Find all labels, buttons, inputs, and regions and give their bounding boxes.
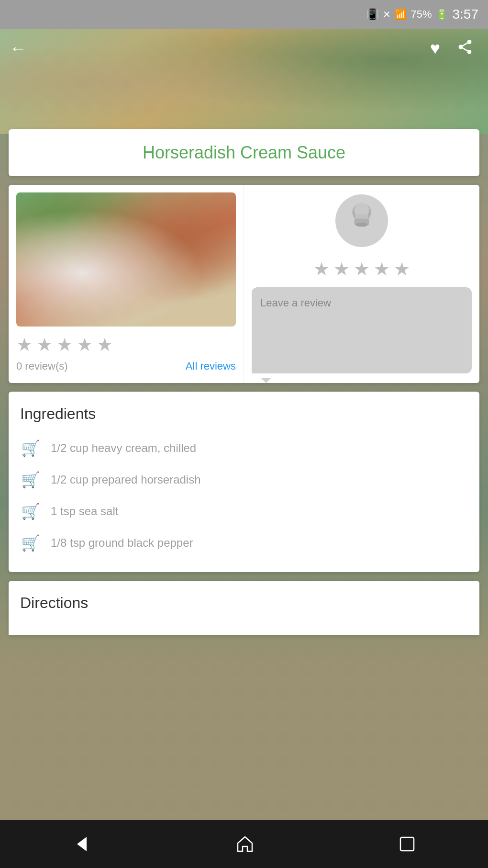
vibrate-icon: 📳 xyxy=(366,8,379,21)
ingredients-title: Ingredients xyxy=(20,405,468,423)
right-star-4[interactable]: ★ xyxy=(374,259,390,280)
directions-title: Directions xyxy=(20,594,468,612)
ingredient-item: 🛒 1/8 tsp ground black pepper xyxy=(20,527,468,559)
battery-text: 75% xyxy=(410,8,432,21)
nav-bar xyxy=(0,820,488,868)
star-3[interactable]: ★ xyxy=(56,334,73,355)
review-placeholder: Leave a review xyxy=(260,297,331,309)
ingredient-text-4: 1/8 tsp ground black pepper xyxy=(51,536,193,550)
status-icons: 📳 ✕ 📶 75% 🔋 xyxy=(366,8,447,21)
review-bubble[interactable]: Leave a review xyxy=(252,287,472,373)
ingredient-text-2: 1/2 cup prepared horseradish xyxy=(51,473,201,486)
svg-rect-6 xyxy=(400,837,414,851)
rating-stars[interactable]: ★ ★ ★ ★ ★ xyxy=(16,334,113,355)
nav-recents-button[interactable] xyxy=(399,835,416,853)
favorite-button[interactable]: ♥ xyxy=(430,38,440,58)
ingredient-text-1: 1/2 cup heavy cream, chilled xyxy=(51,441,196,455)
cart-icon-1[interactable]: 🛒 xyxy=(20,439,41,457)
svg-marker-5 xyxy=(77,837,87,851)
svg-rect-4 xyxy=(355,214,368,218)
star-2[interactable]: ★ xyxy=(36,334,53,355)
hero-area: ← ♥ xyxy=(0,29,488,134)
nav-back-button[interactable] xyxy=(72,834,91,854)
ingredients-card: Ingredients 🛒 1/2 cup heavy cream, chill… xyxy=(9,392,479,572)
share-button[interactable] xyxy=(456,38,474,60)
battery-icon: 🔋 xyxy=(436,9,448,20)
right-star-3[interactable]: ★ xyxy=(354,259,370,280)
reviews-text-row: 0 review(s) All reviews xyxy=(16,360,236,372)
right-star-5[interactable]: ★ xyxy=(394,259,410,280)
cart-icon-4[interactable]: 🛒 xyxy=(20,534,41,552)
ingredient-item: 🛒 1/2 cup heavy cream, chilled xyxy=(20,432,468,464)
all-reviews-link[interactable]: All reviews xyxy=(186,360,236,372)
title-card: Horseradish Cream Sauce xyxy=(9,129,479,176)
ingredient-item: 🛒 1 tsp sea salt xyxy=(20,496,468,527)
right-star-1[interactable]: ★ xyxy=(313,259,330,280)
review-count: 0 review(s) xyxy=(16,360,68,372)
cart-icon-3[interactable]: 🛒 xyxy=(20,502,41,520)
right-star-2[interactable]: ★ xyxy=(333,259,350,280)
right-rating-stars[interactable]: ★ ★ ★ ★ ★ xyxy=(313,259,410,280)
right-review-panel: ★ ★ ★ ★ ★ Leave a review xyxy=(244,185,479,383)
recipe-image xyxy=(16,192,236,327)
cart-icon-2[interactable]: 🛒 xyxy=(20,471,41,489)
star-5[interactable]: ★ xyxy=(97,334,113,355)
left-review-panel: ★ ★ ★ ★ ★ 0 review(s) All reviews xyxy=(9,185,244,383)
review-area: ★ ★ ★ ★ ★ 0 review(s) All reviews xyxy=(9,185,479,383)
signal-bars-icon: 📶 xyxy=(395,9,407,20)
ingredient-text-3: 1 tsp sea salt xyxy=(51,505,118,518)
signal-icon: ✕ xyxy=(383,9,391,20)
nav-home-button[interactable] xyxy=(235,834,255,854)
chef-avatar xyxy=(335,194,388,247)
directions-card: Directions xyxy=(9,581,479,635)
ingredient-item: 🛒 1/2 cup prepared horseradish xyxy=(20,464,468,496)
chef-hat-icon xyxy=(345,201,378,241)
star-4[interactable]: ★ xyxy=(77,334,93,355)
back-button[interactable]: ← xyxy=(10,38,27,58)
star-1[interactable]: ★ xyxy=(16,334,33,355)
status-time: 3:57 xyxy=(453,7,479,22)
svg-point-2 xyxy=(355,223,367,226)
recipe-title: Horseradish Cream Sauce xyxy=(18,143,470,163)
status-bar: 📳 ✕ 📶 75% 🔋 3:57 xyxy=(0,0,488,29)
